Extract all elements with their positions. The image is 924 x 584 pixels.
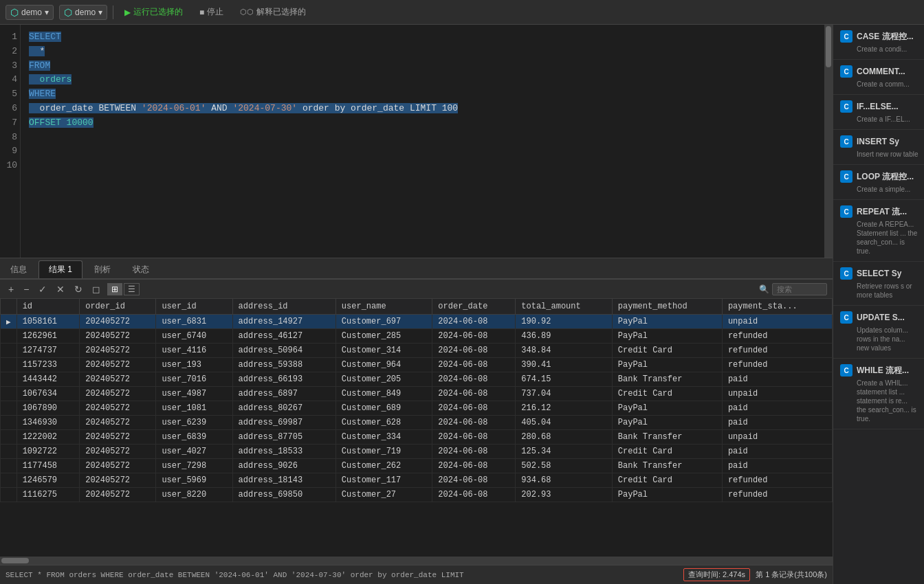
view-buttons: ⊞ ☰ bbox=[107, 283, 140, 295]
snippet-item-insert[interactable]: CINSERT SyInsert new row table bbox=[833, 130, 924, 165]
col-header-order_id: order_id bbox=[80, 299, 156, 315]
table-cell-payment_method: Bank Transfer bbox=[612, 430, 722, 445]
table-cell-payment_method: PayPal bbox=[612, 488, 722, 502]
search-box: 🔍 bbox=[759, 283, 827, 295]
form-view-button[interactable]: ☰ bbox=[124, 283, 140, 295]
table-cell-id: 1067634 bbox=[16, 387, 80, 401]
editor-scrollbar-v[interactable] bbox=[824, 25, 833, 258]
snippet-desc-insert: Insert new row table bbox=[857, 150, 918, 159]
snippet-title-while: WHILE 流程... bbox=[857, 366, 909, 375]
snippet-item-repeat[interactable]: CREPEAT 流...Create A REPEA... Statement … bbox=[833, 200, 924, 262]
table-cell-payment_method: Bank Transfer bbox=[612, 372, 722, 387]
table-cell-order_id: 202405272 bbox=[80, 488, 156, 502]
table-row[interactable]: 1116275202405272user_8220address_69850Cu… bbox=[1, 488, 833, 502]
tab-信息[interactable]: 信息 bbox=[0, 260, 37, 278]
table-cell-id: 1274737 bbox=[16, 344, 80, 358]
line-numbers: 12345678910 bbox=[0, 25, 21, 258]
confirm-button[interactable]: ✓ bbox=[36, 282, 50, 296]
table-cell-total_amount: 280.68 bbox=[516, 430, 613, 445]
row-indicator bbox=[1, 430, 17, 445]
table-cell-payment_method: PayPal bbox=[612, 416, 722, 430]
snippet-title-insert: INSERT Sy bbox=[857, 137, 899, 146]
snippet-item-loop[interactable]: CLOOP 流程控...Create a simple... bbox=[833, 165, 924, 200]
table-cell-order_date: 2024-06-08 bbox=[432, 344, 516, 358]
more-button[interactable]: ◻ bbox=[89, 282, 103, 296]
search-input[interactable] bbox=[772, 283, 827, 295]
table-cell-user_name: Customer_314 bbox=[336, 344, 432, 358]
table-cell-address_id: address_14927 bbox=[232, 315, 336, 329]
tab-状态[interactable]: 状态 bbox=[122, 260, 160, 278]
run-button[interactable]: ▶ 运行已选择的 bbox=[119, 4, 188, 20]
sql-editor[interactable]: 12345678910 SELECT *FROM ordersWHERE ord… bbox=[0, 25, 833, 258]
result-area[interactable]: idorder_iduser_idaddress_iduser_nameorde… bbox=[0, 298, 833, 557]
table-cell-user_id: user_4027 bbox=[156, 445, 232, 459]
add-row-button[interactable]: + bbox=[6, 282, 16, 296]
table-cell-address_id: address_46127 bbox=[232, 329, 336, 344]
tab-结果1[interactable]: 结果 1 bbox=[38, 260, 82, 278]
table-cell-payment_sta___: unpaid bbox=[722, 387, 832, 401]
snippet-item-case[interactable]: CCASE 流程控...Create a condi... bbox=[833, 25, 924, 60]
stop-button[interactable]: ■ 停止 bbox=[194, 4, 229, 20]
code-area[interactable]: SELECT *FROM ordersWHERE order_date BETW… bbox=[21, 25, 833, 258]
main-area: 12345678910 SELECT *FROM ordersWHERE ord… bbox=[0, 25, 924, 584]
table-row[interactable]: 1246579202405272user_5969address_18143Cu… bbox=[1, 473, 833, 488]
table-row[interactable]: 1177458202405272user_7298address_9026Cus… bbox=[1, 459, 833, 473]
table-cell-order_date: 2024-06-08 bbox=[432, 416, 516, 430]
col-header-payment_sta___: payment_sta... bbox=[722, 299, 832, 315]
table-cell-user_id: user_4987 bbox=[156, 387, 232, 401]
snippet-item-while[interactable]: CWHILE 流程...Create a WHIL... statement l… bbox=[833, 359, 924, 429]
refresh-button[interactable]: ↻ bbox=[72, 282, 85, 296]
tab-剖析[interactable]: 剖析 bbox=[84, 260, 121, 278]
table-cell-total_amount: 934.68 bbox=[516, 473, 613, 488]
db-selector-2[interactable]: ⬡ demo ▾ bbox=[59, 5, 107, 20]
table-row[interactable]: 1067634202405272user_4987address_6897Cus… bbox=[1, 387, 833, 401]
row-indicator bbox=[1, 387, 17, 401]
grid-view-button[interactable]: ⊞ bbox=[107, 283, 122, 295]
table-cell-id: 1116275 bbox=[16, 488, 80, 502]
col-header-address_id: address_id bbox=[232, 299, 336, 315]
table-cell-address_id: address_66193 bbox=[232, 372, 336, 387]
snippet-desc-while: Create a WHIL... statement list ... stat… bbox=[857, 379, 918, 423]
col-header-id: id bbox=[16, 299, 80, 315]
table-cell-address_id: address_18143 bbox=[232, 473, 336, 488]
snippet-item-comment[interactable]: CCOMMENT...Create a comm... bbox=[833, 60, 924, 95]
table-cell-id: 1262961 bbox=[16, 329, 80, 344]
table-cell-user_id: user_1081 bbox=[156, 401, 232, 416]
explain-icon: ⬡⬡ bbox=[240, 8, 254, 16]
table-row[interactable]: 1443442202405272user_7016address_66193Cu… bbox=[1, 372, 833, 387]
table-cell-user_name: Customer_285 bbox=[336, 329, 432, 344]
table-cell-order_date: 2024-06-08 bbox=[432, 459, 516, 473]
row-indicator bbox=[1, 473, 17, 488]
snippet-title-select: SELECT Sy bbox=[857, 269, 901, 278]
table-cell-address_id: address_50964 bbox=[232, 344, 336, 358]
table-cell-payment_sta___: paid bbox=[722, 459, 832, 473]
run-icon: ▶ bbox=[124, 8, 131, 17]
snippet-title-loop: LOOP 流程控... bbox=[857, 172, 914, 181]
horizontal-scrollbar[interactable] bbox=[0, 557, 833, 565]
snippet-item-ifelse[interactable]: CIF...ELSE...Create a IF...EL... bbox=[833, 95, 924, 130]
snippet-item-update[interactable]: CUPDATE S...Updates colum... rows in the… bbox=[833, 306, 924, 359]
table-cell-payment_sta___: refunded bbox=[722, 488, 832, 502]
table-cell-id: 1092722 bbox=[16, 445, 80, 459]
table-cell-order_date: 2024-06-08 bbox=[432, 329, 516, 344]
table-cell-user_id: user_6239 bbox=[156, 416, 232, 430]
table-cell-order_id: 202405272 bbox=[80, 459, 156, 473]
db-selector-1[interactable]: ⬡ demo ▾ bbox=[6, 5, 54, 20]
chevron-down-icon-2: ▾ bbox=[98, 8, 102, 17]
snippet-desc-loop: Create a simple... bbox=[857, 185, 918, 194]
table-cell-payment_sta___: paid bbox=[722, 445, 832, 459]
table-row[interactable]: 1346930202405272user_6239address_69987Cu… bbox=[1, 416, 833, 430]
table-row[interactable]: 1222002202405272user_6839address_87705Cu… bbox=[1, 430, 833, 445]
table-cell-total_amount: 390.41 bbox=[516, 358, 613, 372]
h-scroll-thumb bbox=[1, 558, 29, 563]
snippet-item-select[interactable]: CSELECT SyRetrieve rows s or more tables bbox=[833, 262, 924, 306]
explain-button[interactable]: ⬡⬡ 解释已选择的 bbox=[234, 4, 311, 20]
cancel-button[interactable]: ✕ bbox=[54, 282, 67, 296]
table-row[interactable]: 1157233202405272user_193address_59388Cus… bbox=[1, 358, 833, 372]
table-row[interactable]: ▶1058161202405272user_6831address_14927C… bbox=[1, 315, 833, 329]
table-row[interactable]: 1067890202405272user_1081address_80267Cu… bbox=[1, 401, 833, 416]
remove-row-button[interactable]: − bbox=[21, 282, 32, 296]
table-row[interactable]: 1262961202405272user_6740address_46127Cu… bbox=[1, 329, 833, 344]
table-row[interactable]: 1092722202405272user_4027address_18533Cu… bbox=[1, 445, 833, 459]
table-row[interactable]: 1274737202405272user_4116address_50964Cu… bbox=[1, 344, 833, 358]
